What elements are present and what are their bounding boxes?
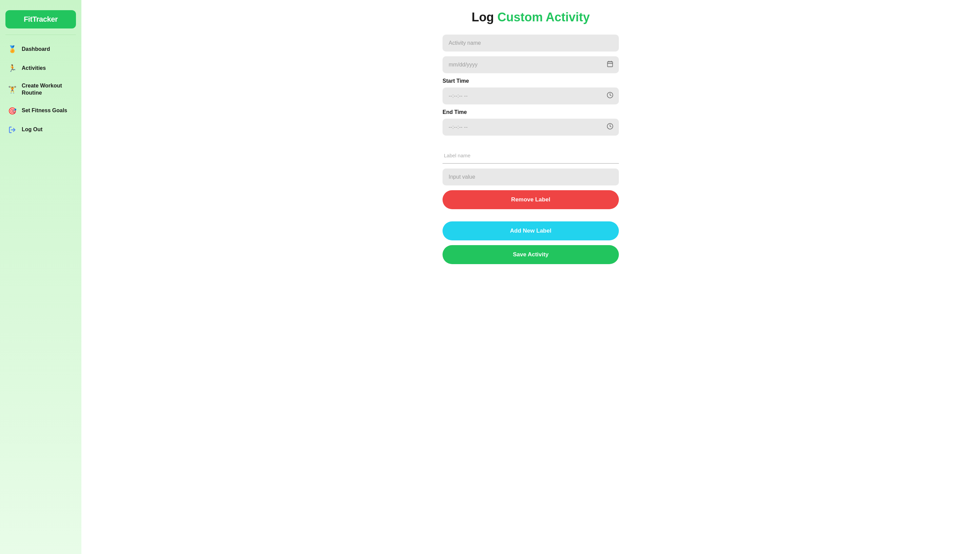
goals-icon: 🎯 (8, 106, 17, 116)
end-time-label: End Time (442, 109, 619, 115)
page-title: Log Custom Activity (472, 10, 590, 24)
sidebar-label-fitness-goals: Set Fitness Goals (22, 107, 67, 114)
sidebar-label-logout: Log Out (22, 126, 42, 133)
logout-icon (8, 125, 17, 135)
sidebar-item-logout[interactable]: Log Out (3, 121, 79, 138)
start-time-label: Start Time (442, 78, 619, 84)
label-name-input[interactable] (442, 148, 619, 164)
main-content: Log Custom Activity Start Time (81, 0, 980, 554)
end-time-wrapper (442, 119, 619, 135)
save-activity-button[interactable]: Save Activity (442, 245, 619, 264)
sidebar-item-dashboard[interactable]: 🏅 Dashboard (3, 40, 79, 58)
end-time-input[interactable] (442, 119, 619, 135)
date-input[interactable] (442, 56, 619, 73)
input-value-field[interactable] (442, 169, 619, 185)
activities-icon: 🏃 (8, 64, 17, 73)
page-title-plain: Log (472, 10, 494, 24)
logo-button[interactable]: FitTracker (5, 10, 76, 29)
sidebar-label-dashboard: Dashboard (22, 46, 50, 53)
sidebar-label-create-workout: Create Workout Routine (22, 83, 74, 97)
page-title-highlight: Custom Activity (498, 10, 590, 24)
sidebar-item-fitness-goals[interactable]: 🎯 Set Fitness Goals (3, 102, 79, 120)
sidebar-nav: 🏅 Dashboard 🏃 Activities 🏋️ Create Worko… (0, 40, 81, 138)
start-time-wrapper (442, 88, 619, 104)
sidebar-label-activities: Activities (22, 65, 46, 72)
dashboard-icon: 🏅 (8, 45, 17, 54)
sidebar-item-activities[interactable]: 🏃 Activities (3, 59, 79, 77)
sidebar-divider (5, 35, 76, 35)
start-time-input[interactable] (442, 88, 619, 104)
form-container: Start Time End Time (442, 35, 619, 264)
date-input-wrapper (442, 56, 619, 73)
spacer-2 (442, 214, 619, 217)
sidebar-item-create-workout[interactable]: 🏋️ Create Workout Routine (3, 78, 79, 101)
activity-name-input[interactable] (442, 35, 619, 51)
workout-icon: 🏋️ (8, 85, 17, 94)
sidebar: FitTracker 🏅 Dashboard 🏃 Activities 🏋️ C… (0, 0, 81, 554)
remove-label-button[interactable]: Remove Label (442, 190, 619, 209)
add-label-button[interactable]: Add New Label (442, 221, 619, 240)
spacer-1 (442, 140, 619, 143)
